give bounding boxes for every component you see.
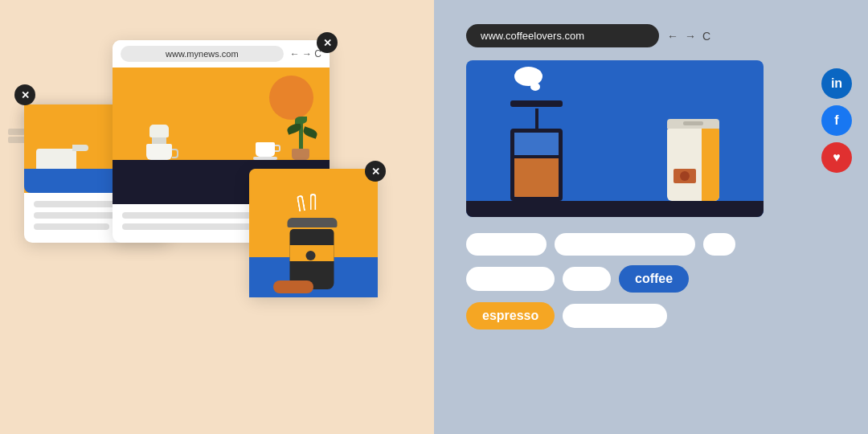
close-button-right[interactable]: ✕: [365, 161, 386, 182]
plant-stem: [299, 121, 303, 149]
image-shelf: [466, 201, 764, 217]
close-button-left[interactable]: ✕: [14, 84, 35, 105]
steam-left: [297, 194, 305, 211]
sun-circle: [269, 76, 313, 120]
bag-top: [667, 119, 719, 129]
fp-handle-top: [510, 100, 563, 107]
fp-rod: [535, 108, 538, 129]
cup-shelf: [256, 142, 277, 160]
french-press: [510, 100, 563, 201]
tag-2a[interactable]: [466, 267, 555, 291]
cup-handle-shelf: [275, 145, 280, 152]
moka-middle: [152, 137, 166, 144]
left-panel: ✕ www.morningread.c ✕ www.mynew: [0, 0, 434, 434]
tag-2b[interactable]: [563, 267, 611, 291]
bubble-tail: [530, 83, 540, 91]
brown-blob: [273, 280, 313, 293]
bag-label-dot: [680, 171, 690, 181]
leaf-right: [301, 126, 317, 139]
card-takeaway: ✕: [249, 169, 378, 297]
right-panel: www.coffeelovers.com ← → C: [434, 0, 868, 434]
moka-top: [149, 125, 169, 137]
right-url-bar: www.coffeelovers.com ← → C: [466, 24, 844, 47]
cup-saucer: [253, 157, 277, 160]
bag-orange-stripe: [702, 129, 719, 201]
nav-back[interactable]: ←: [667, 30, 678, 43]
moka-bottom: [146, 144, 172, 160]
tags-area: coffee espresso: [466, 233, 768, 330]
steam-bubble: [514, 67, 542, 86]
tags-row-2: coffee: [466, 265, 768, 293]
bag-body: [667, 129, 719, 201]
bag-clip: [683, 121, 703, 125]
coffeelovers-url[interactable]: www.coffeelovers.com: [466, 24, 659, 47]
text-line-3: [34, 223, 109, 230]
fp-plunger-bar: [513, 155, 560, 158]
bag-label: [674, 169, 696, 183]
cup-lid: [288, 218, 338, 227]
tag-1c[interactable]: [703, 233, 735, 256]
takeaway-image: [249, 169, 378, 297]
plant: [292, 121, 309, 160]
takeaway-cup: [290, 218, 338, 289]
steam-right: [310, 194, 317, 210]
leaf-left: [285, 122, 301, 135]
moka-handle: [172, 149, 178, 158]
mynews-nav[interactable]: ← → C: [290, 48, 321, 59]
tags-row-1: [466, 233, 768, 256]
leaf-top: [295, 117, 307, 124]
text-line-b: [122, 223, 260, 230]
cup-dot: [306, 251, 316, 260]
tag-1b[interactable]: [555, 233, 695, 256]
mynews-url[interactable]: www.mynews.com: [121, 46, 284, 62]
fp-coffee: [514, 157, 559, 197]
fp-body: [510, 129, 563, 201]
coffee-bag: [667, 119, 719, 201]
pot-spout: [72, 145, 88, 151]
close-button-main[interactable]: ✕: [317, 32, 338, 53]
nav-forward[interactable]: →: [685, 30, 696, 43]
tag-coffee[interactable]: coffee: [619, 265, 689, 293]
heart-icon[interactable]: ♥: [821, 142, 852, 173]
coffee-image: [466, 60, 764, 217]
bubble-main: [514, 67, 542, 86]
right-nav-buttons: ← → C: [667, 30, 710, 43]
plant-pot: [292, 149, 309, 160]
social-icons: in f ♥: [821, 68, 852, 173]
tags-row-3: espresso: [466, 302, 768, 330]
tag-3b[interactable]: [563, 304, 667, 328]
tag-1a[interactable]: [466, 233, 547, 256]
facebook-icon[interactable]: f: [821, 105, 852, 136]
linkedin-icon[interactable]: in: [821, 68, 852, 99]
nav-refresh[interactable]: C: [702, 30, 710, 43]
cup-body-shelf: [256, 142, 275, 157]
tag-espresso[interactable]: espresso: [466, 302, 555, 330]
